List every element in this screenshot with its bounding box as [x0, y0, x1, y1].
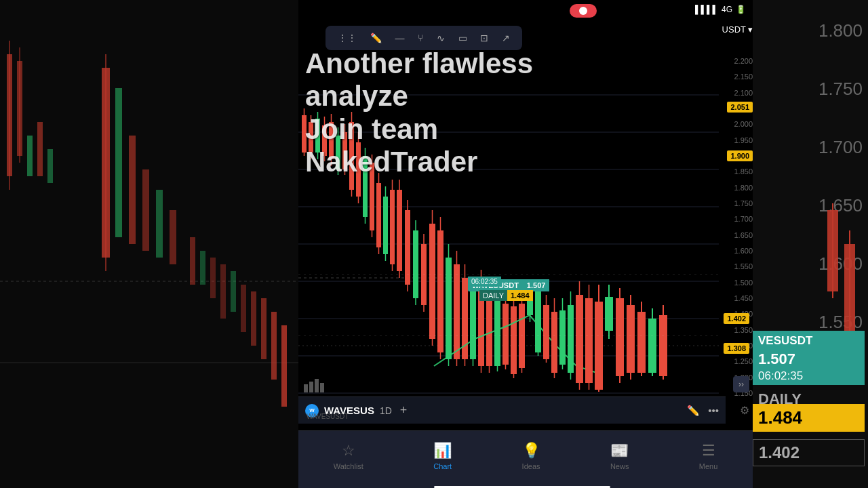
daily-label-group: DAILY 1.484 — [479, 290, 533, 301]
price-1750: 1.750 — [712, 199, 753, 207]
price-1350: 1.350 — [712, 326, 753, 334]
menu-label: Menu — [699, 462, 718, 470]
edit-button[interactable]: ✏️ — [687, 405, 700, 417]
right-price-1750: 1.750 — [818, 79, 863, 100]
ideas-label: Ideas — [522, 462, 540, 470]
overlay-line2: analyze — [305, 80, 533, 113]
navigate-right-button[interactable]: ›› — [733, 376, 749, 392]
overlay-line3: Join team — [305, 113, 533, 146]
sub-ticker: WAVESUSDT — [307, 413, 349, 420]
right-price-1402: 1.402 — [759, 443, 800, 462]
svg-rect-22 — [251, 291, 256, 346]
watchlist-icon: ☆ — [342, 442, 355, 460]
ticker-bar: W WAVESUS 1D + ✏️ ••• — [298, 396, 726, 424]
price-1250: 1.250 — [712, 357, 753, 365]
toolbar-pencil-icon[interactable]: ✏️ — [370, 33, 382, 43]
price-2200: 2.200 — [712, 57, 753, 65]
svg-rect-12 — [156, 190, 163, 258]
svg-rect-21 — [241, 285, 246, 332]
price-1950: 1.950 — [712, 136, 753, 144]
price-2000: 2.000 — [712, 120, 753, 128]
right-time: 06:02:35 — [758, 369, 803, 382]
badge-1308: 1.308 — [724, 343, 749, 354]
drawing-toolbar: ⋮⋮ ✏️ — ⑂ ∿ ▭ ⊡ ↗ — [326, 26, 522, 50]
svg-rect-136 — [320, 383, 324, 392]
ideas-icon: 💡 — [522, 442, 540, 460]
record-button-area — [298, 4, 868, 18]
chart-icon: 📊 — [433, 442, 452, 460]
price-1850: 1.850 — [712, 167, 753, 176]
svg-rect-5 — [37, 122, 43, 176]
tradingview-logo — [304, 379, 324, 394]
nav-chart[interactable]: 📊 Chart — [433, 442, 452, 470]
svg-rect-13 — [170, 210, 176, 264]
time-text: 06:02:35 — [468, 277, 501, 287]
svg-rect-24 — [271, 312, 277, 380]
usdt-selector[interactable]: USDT ▾ — [722, 24, 753, 35]
right-price-1484: 1.484 — [758, 407, 802, 428]
svg-rect-133 — [304, 384, 308, 392]
toolbar-handle: ⋮⋮ — [338, 33, 357, 43]
add-indicator-button[interactable]: + — [400, 403, 408, 418]
right-time-badge: 06:02:35 — [753, 367, 865, 385]
overlay-text: Another flawless analyze Join team Naked… — [305, 47, 533, 178]
price-1600: 1.600 — [712, 247, 753, 255]
chart-label: Chart — [433, 462, 452, 470]
chevron-icon: ▾ — [748, 24, 753, 35]
right-waves-label: VESUSDT — [758, 334, 812, 347]
badge-2051: 2.051 — [727, 102, 753, 113]
svg-rect-17 — [200, 251, 205, 285]
overlay-line1: Another flawless — [305, 47, 533, 80]
right-price-1800: 1.800 — [818, 20, 863, 41]
price-1700: 1.700 — [712, 215, 753, 223]
svg-rect-6 — [47, 149, 53, 183]
overlay-line4: NakedTrader — [305, 146, 533, 178]
price-1650: 1.650 — [712, 231, 753, 239]
svg-rect-19 — [220, 264, 226, 319]
price-2100: 2.100 — [712, 89, 753, 97]
toolbar-arrow-icon[interactable]: ↗ — [502, 33, 510, 43]
news-icon: 📰 — [610, 442, 629, 460]
toolbar-fork-icon[interactable]: ⑂ — [418, 33, 423, 43]
usdt-label: USDT — [722, 24, 746, 35]
price-1450: 1.450 — [712, 294, 753, 302]
right-price-1507: 1.507 — [758, 350, 795, 367]
nav-watchlist[interactable]: ☆ Watchlist — [334, 442, 363, 470]
svg-rect-25 — [281, 325, 287, 407]
svg-rect-23 — [261, 298, 267, 359]
record-dot — [579, 7, 587, 15]
badge-1900: 1.900 — [727, 150, 753, 161]
daily-text: DAILY — [479, 290, 507, 301]
svg-rect-20 — [231, 271, 236, 312]
toolbar-curve-icon[interactable]: ∿ — [437, 33, 445, 43]
svg-rect-4 — [27, 136, 33, 176]
price-2150: 2.150 — [712, 73, 753, 81]
more-options-button[interactable]: ••• — [708, 405, 719, 416]
ticker-interval[interactable]: 1D — [380, 405, 392, 416]
toolbar-rect-icon[interactable]: ▭ — [458, 33, 467, 43]
nav-menu[interactable]: ☰ Menu — [699, 442, 718, 470]
svg-rect-10 — [129, 136, 136, 244]
toolbar-dash-icon[interactable]: ⊡ — [480, 33, 488, 43]
svg-rect-135 — [315, 379, 319, 392]
news-label: News — [610, 462, 629, 470]
bottom-nav: ☆ Watchlist 📊 Chart 💡 Ideas 📰 News ☰ Men… — [298, 430, 753, 488]
time-badge: 06:02:35 — [468, 277, 501, 287]
menu-icon: ☰ — [702, 442, 715, 460]
watchlist-label: Watchlist — [334, 462, 363, 470]
toolbar-line-icon[interactable]: — — [395, 33, 404, 43]
nav-ideas[interactable]: 💡 Ideas — [522, 442, 540, 470]
svg-rect-16 — [190, 237, 195, 285]
svg-rect-18 — [210, 258, 216, 298]
left-chart-bg — [0, 0, 298, 488]
right-price-1402-box: 1.402 — [753, 439, 865, 466]
right-price-yellow-badge: 1.484 — [753, 404, 865, 432]
nav-news[interactable]: 📰 News — [610, 442, 629, 470]
svg-rect-11 — [142, 169, 149, 251]
right-price-1700: 1.700 — [818, 137, 863, 158]
record-pill[interactable] — [570, 4, 597, 18]
price-1800: 1.800 — [712, 184, 753, 192]
right-scale-overlay: 1.800 1.750 1.700 1.650 1.600 1.550 VESU… — [753, 0, 868, 488]
svg-rect-134 — [309, 382, 313, 392]
chart-settings-icon[interactable]: ⚙ — [740, 404, 749, 417]
